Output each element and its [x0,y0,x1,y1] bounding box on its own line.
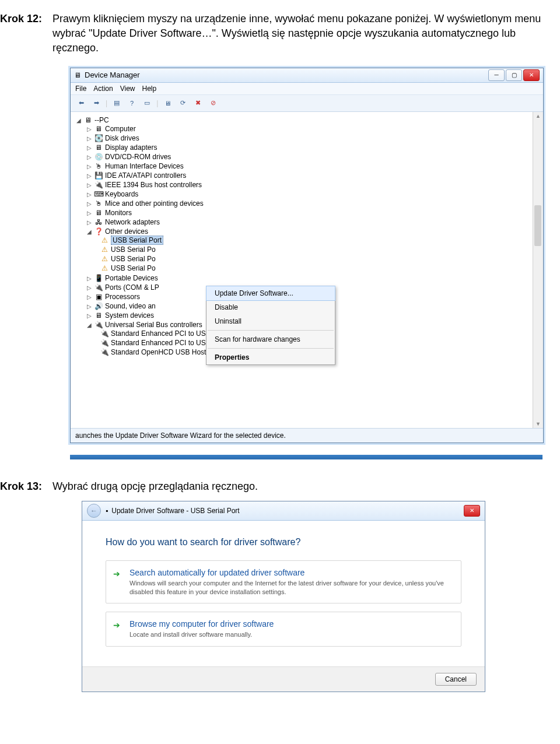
option-browse-manual[interactable]: ➔ Browse my computer for driver software… [106,612,461,647]
ctx-scan[interactable]: Scan for hardware changes [206,332,335,346]
step-12-text: Prawym kliknięciem myszy na urządzenie i… [52,12,542,56]
app-icon: 🖥 [74,71,81,79]
disable-icon[interactable]: ⊘ [207,97,219,109]
scan-icon[interactable]: 🖥 [162,97,173,109]
step-13-label: Krok 13: [0,479,52,494]
tree-item[interactable]: ▷💾IDE ATA/ATAPI controllers [87,171,529,180]
ctx-disable[interactable]: Disable [206,300,335,314]
step-12-label: Krok 12: [0,12,52,56]
tree-item[interactable]: ▷🖱Mice and other pointing devices [87,199,529,208]
tree-item-warning[interactable]: ⚠USB Serial Port [100,236,529,245]
wizard-heading: How do you want to search for driver sof… [106,537,461,548]
wizard-title: Update Driver Software - USB Serial Port [111,507,464,515]
tree-item[interactable]: ▷💽Disk drives [87,134,529,143]
option-search-auto[interactable]: ➔ Search automatically for updated drive… [106,560,461,604]
option-description: Locate and install driver software manua… [130,630,452,639]
update-driver-wizard: ← ▪ Update Driver Software - USB Serial … [82,501,485,693]
taskbar-strip [70,455,542,459]
ctx-separator [208,330,334,331]
wizard-icon: ▪ [106,507,108,515]
menubar: File Action View Help [71,83,543,95]
ctx-uninstall[interactable]: Uninstall [206,314,335,328]
tree-item[interactable]: ▷🖥Computer [87,124,529,134]
tree-item[interactable]: ▷🖱Human Interface Devices [87,162,529,171]
back-button[interactable]: ← [87,504,101,518]
window-caption: 🖥 Device Manager ─ ▢ ✕ [71,68,543,83]
tree-item-warning[interactable]: ⚠USB Serial Po [100,245,529,254]
option-description: Windows will search your computer and th… [130,579,452,596]
help-icon[interactable]: ? [126,97,138,109]
maximize-button[interactable]: ▢ [506,69,522,81]
props-icon[interactable]: ▭ [141,97,153,109]
tree-item[interactable]: ▷⌨Keyboards [87,189,529,199]
step-13-text: Wybrać drugą opcję przeglądania ręcznego… [52,479,542,494]
context-menu: Update Driver Software... Disable Uninst… [206,286,335,365]
uninstall-icon[interactable]: ✖ [192,97,204,109]
menu-help[interactable]: Help [142,85,157,93]
wizard-close-button[interactable]: ✕ [464,505,480,517]
tree-item[interactable]: ▷🖥Monitors [87,208,529,217]
back-icon[interactable]: ⬅ [75,97,87,109]
tree-item-warning[interactable]: ⚠USB Serial Po [100,264,529,273]
menu-view[interactable]: View [120,85,135,93]
tree-item-warning[interactable]: ⚠USB Serial Po [100,254,529,264]
tree-item[interactable]: ▷🖥Display adapters [87,143,529,152]
scroll-up-icon[interactable]: ▲ [533,112,543,119]
arrow-icon: ➔ [113,569,120,578]
tree-icon[interactable]: ▤ [111,97,123,109]
tree-item[interactable]: ▷📱Portable Devices [87,273,529,283]
tree-item[interactable]: ▷💿DVD/CD-ROM drives [87,152,529,162]
option-title: Search automatically for updated driver … [130,568,452,577]
wizard-caption: ← ▪ Update Driver Software - USB Serial … [82,501,485,521]
scrollbar[interactable]: ▲ ▼ [533,112,543,428]
ctx-properties[interactable]: Properties [206,350,335,364]
close-button[interactable]: ✕ [523,69,540,81]
arrow-icon: ➔ [113,620,120,630]
cancel-button[interactable]: Cancel [435,673,477,686]
update-icon[interactable]: ⟳ [177,97,188,109]
window-title: Device Manager [85,71,488,79]
device-tree[interactable]: ◢🖥--PC ▷🖥Computer▷💽Disk drives▷🖥Display … [71,112,533,428]
toolbar: ⬅ ➡ | ▤ ? ▭ | 🖥 ⟳ ✖ ⊘ [71,95,543,112]
tree-item[interactable]: ▷🔌IEEE 1394 Bus host controllers [87,180,529,189]
option-title: Browse my computer for driver software [130,619,452,629]
tree-item[interactable]: ◢❓Other devices⚠USB Serial Port⚠USB Seri… [87,227,529,273]
ctx-update-driver[interactable]: Update Driver Software... [206,286,335,301]
ctx-separator [208,348,334,349]
statusbar: aunches the Update Driver Software Wizar… [71,428,543,443]
device-manager-window: 🖥 Device Manager ─ ▢ ✕ File Action View … [70,68,544,443]
menu-action[interactable]: Action [93,85,113,93]
forward-icon[interactable]: ➡ [90,97,102,109]
scroll-thumb[interactable] [534,205,541,246]
menu-file[interactable]: File [75,85,86,93]
tree-item[interactable]: ▷🖧Network adapters [87,217,529,227]
scroll-down-icon[interactable]: ▼ [533,421,543,427]
minimize-button[interactable]: ─ [488,69,505,81]
